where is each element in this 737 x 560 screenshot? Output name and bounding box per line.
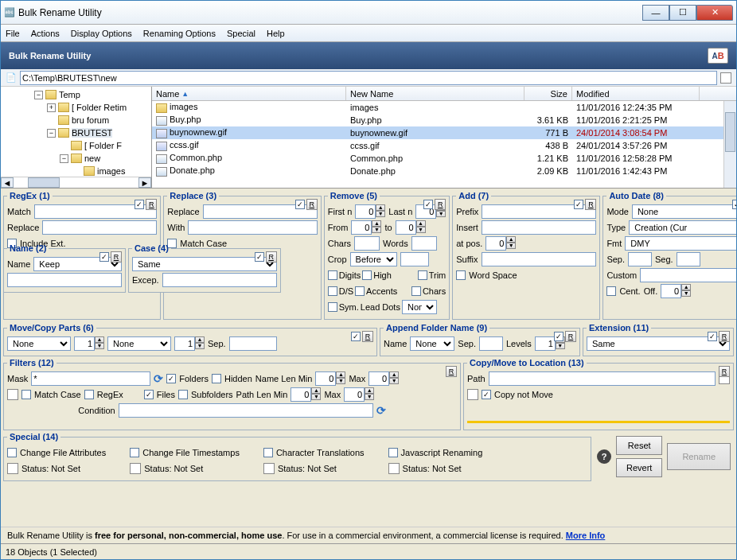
col-size[interactable]: Size [524, 87, 572, 100]
menu-display[interactable]: Display Options [71, 29, 132, 38]
ab-icon[interactable]: AB [708, 48, 728, 64]
panel-remove-enable[interactable]: ✓ [423, 200, 433, 209]
cm-path[interactable] [489, 371, 716, 386]
help-icon[interactable]: ? [597, 449, 611, 464]
col-name[interactable]: Name▲ [152, 87, 346, 100]
autodate-off[interactable]: ▲▼ [661, 284, 691, 298]
menu-special[interactable]: Special [227, 29, 255, 38]
panel-case-reset[interactable]: R [266, 251, 277, 262]
add-wordspace[interactable] [456, 270, 466, 280]
menu-help[interactable]: Help [267, 29, 285, 38]
tree-item[interactable]: −BRUTEST [2, 126, 150, 139]
revert-button[interactable]: Revert [616, 458, 662, 477]
filter-nlmin[interactable]: ▲▼ [315, 371, 345, 386]
file-row[interactable]: buynownew.gifbuynownew.gif771 B24/01/201… [152, 126, 736, 139]
panel-regex-reset[interactable]: R [146, 199, 157, 210]
panel-regex-enable[interactable]: ✓ [135, 200, 144, 209]
panel-af-reset[interactable]: R [565, 331, 576, 342]
file-vscroll[interactable] [723, 101, 736, 188]
mc-sep[interactable] [229, 336, 277, 351]
remove-trim[interactable] [418, 270, 427, 280]
autodate-mode[interactable]: None [632, 204, 736, 219]
filter-subfolders[interactable] [178, 390, 188, 399]
tree-item[interactable]: −Temp [2, 88, 150, 101]
mc-sel2[interactable]: None [107, 336, 171, 351]
filter-mask[interactable] [31, 371, 150, 386]
autodate-seg[interactable] [677, 252, 700, 266]
tree-item[interactable]: −new [2, 152, 150, 165]
up-icon[interactable]: 📄 [6, 72, 17, 83]
filter-condition[interactable] [119, 403, 373, 418]
folder-tree[interactable]: −Temp+[ Folder Retimbru forum−BRUTEST[ F… [1, 87, 152, 188]
panel-autodate-enable[interactable]: ✓ [732, 200, 736, 209]
remove-ds[interactable] [328, 286, 337, 296]
condition-refresh-icon[interactable]: ⟳ [376, 404, 386, 417]
remove-sym[interactable] [328, 302, 337, 312]
sp-cfa[interactable] [7, 448, 17, 457]
af-sep[interactable] [479, 336, 503, 351]
remove-from[interactable]: ▲▼ [351, 220, 381, 235]
expand-icon[interactable]: − [34, 91, 43, 99]
panel-ext-enable[interactable]: ✓ [708, 332, 717, 341]
panel-filters-reset[interactable]: R [446, 366, 457, 377]
remove-high[interactable] [362, 270, 372, 280]
autodate-custom[interactable] [640, 268, 736, 282]
sp-ct[interactable] [263, 448, 273, 457]
filter-hidden[interactable] [212, 374, 221, 383]
panel-add-enable[interactable]: ✓ [574, 200, 583, 209]
remove-crop[interactable]: Before [350, 252, 397, 266]
sp-jr-icon[interactable] [388, 463, 400, 474]
regex-replace-input[interactable] [42, 220, 157, 235]
file-row[interactable]: imagesimages11/01/2016 12:24:35 PM [152, 101, 736, 114]
panel-name-enable[interactable]: ✓ [99, 252, 109, 262]
filter-plmin[interactable]: ▲▼ [291, 387, 321, 402]
tree-item[interactable]: [ Folder F [2, 139, 150, 152]
tree-item[interactable]: +[ Folder Retim [2, 101, 150, 114]
remove-crop-text[interactable] [400, 252, 429, 266]
case-except[interactable] [162, 273, 277, 287]
close-button[interactable]: ✕ [696, 5, 733, 21]
path-input[interactable] [20, 71, 717, 85]
remove-accents[interactable] [355, 286, 365, 296]
menu-renaming[interactable]: Renaming Options [143, 29, 216, 38]
name-text[interactable] [7, 273, 122, 287]
filter-files[interactable]: ✓ [144, 390, 154, 399]
remove-leaddots[interactable]: Non [402, 300, 437, 314]
sp-cft[interactable] [130, 448, 139, 457]
panel-add-reset[interactable]: R [585, 199, 596, 210]
maximize-button[interactable]: ☐ [669, 5, 696, 21]
panel-mc-enable[interactable]: ✓ [351, 332, 361, 341]
sp-ct-icon[interactable] [263, 463, 275, 474]
menu-actions[interactable]: Actions [31, 29, 60, 38]
sp-jr[interactable] [388, 448, 398, 457]
file-row[interactable]: ccss.gifccss.gif438 B24/01/2014 3:57:26 … [152, 139, 736, 152]
browse-icon[interactable] [720, 72, 731, 84]
panel-replace-enable[interactable]: ✓ [295, 200, 305, 209]
filter-plmax[interactable]: ▲▼ [344, 387, 374, 402]
remove-to[interactable]: ▲▼ [396, 220, 426, 235]
panel-case-enable[interactable]: ✓ [255, 252, 264, 262]
tree-item[interactable]: images [2, 165, 150, 177]
add-suffix[interactable] [482, 252, 597, 266]
refresh-icon[interactable]: ⟳ [154, 372, 163, 385]
remove-words[interactable] [411, 236, 437, 251]
filter-folders[interactable]: ✓ [166, 374, 176, 383]
add-atpos[interactable]: ▲▼ [485, 236, 516, 251]
panel-mc-reset[interactable]: R [362, 331, 373, 342]
filter-icon[interactable] [7, 389, 18, 400]
minimize-button[interactable]: — [642, 5, 669, 21]
autodate-sep[interactable] [628, 252, 652, 266]
panel-name-reset[interactable]: R [111, 251, 122, 262]
autodate-type[interactable]: Creation (Cur [629, 220, 736, 235]
mc-sel1[interactable]: None [7, 336, 71, 351]
remove-firstn[interactable]: ▲▼ [355, 204, 385, 219]
file-row[interactable]: Donate.phpDonate.php2.09 KB11/01/2016 1:… [152, 165, 736, 177]
mc-n1[interactable]: ▲▼ [74, 336, 104, 351]
panel-ext-reset[interactable]: R [719, 331, 730, 342]
panel-replace-reset[interactable]: R [306, 199, 318, 210]
filter-regex[interactable] [84, 390, 94, 399]
cm-copynotmove[interactable]: ✓ [482, 390, 491, 399]
cm-icon[interactable] [467, 389, 478, 400]
autodate-cent[interactable] [606, 286, 616, 296]
expand-icon[interactable]: + [47, 103, 56, 112]
